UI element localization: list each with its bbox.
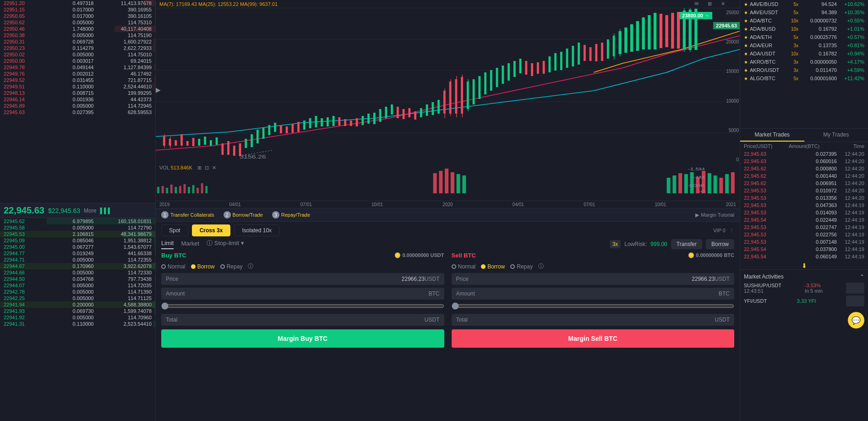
more-button[interactable]: More	[84, 208, 96, 214]
svg-rect-113	[175, 187, 177, 193]
wallet-sell-icon: 🪙	[688, 252, 694, 258]
sell-amount-input[interactable]	[587, 290, 719, 297]
svg-rect-121	[433, 173, 437, 193]
sell-price-input[interactable]	[585, 276, 715, 282]
time-header: Time	[824, 143, 864, 149]
buy-amount-unit: BTC	[429, 290, 440, 297]
sparkline	[846, 283, 864, 294]
borrow-button-top[interactable]: Borrow	[706, 239, 734, 249]
cross-tab[interactable]: Cross 3x	[192, 224, 231, 236]
buy-order-row: 22944.07 0.005000 114.72035	[0, 282, 155, 289]
svg-rect-49	[426, 104, 428, 116]
pair-row[interactable]: ★ AKRO/BTC 3x 0.00000050 +4.17%	[740, 58, 868, 66]
svg-rect-56	[467, 82, 469, 109]
buy-total-unit: USDT	[425, 317, 440, 323]
svg-rect-4	[163, 137, 165, 146]
step-3-label[interactable]: Repay/Trade	[281, 212, 310, 218]
buy-slider[interactable]	[161, 302, 444, 310]
svg-rect-65	[519, 59, 522, 73]
svg-rect-68	[537, 62, 539, 74]
trade-row: 22,945.53 0.013356 12:44:20	[740, 194, 868, 202]
spot-tab[interactable]: Spot	[161, 224, 188, 236]
step-2-label[interactable]: Borrow/Trade	[233, 212, 263, 218]
transfer-button[interactable]: Transfer	[671, 239, 702, 249]
market-trades-tab[interactable]: Market Trades	[740, 129, 804, 142]
svg-rect-6	[175, 140, 177, 146]
pair-row[interactable]: ★ AAVE/BUSD 5x 94.524 +10.62%	[740, 0, 868, 8]
limit-tab[interactable]: Limit	[161, 240, 174, 249]
svg-rect-80	[607, 39, 609, 59]
buy-borrow-radio[interactable]: Borrow	[191, 263, 215, 270]
buy-normal-radio[interactable]: Normal	[161, 263, 186, 270]
buy-order-row: 22945.09 0.085046 1,951.38812	[0, 237, 155, 244]
stop-limit-tab[interactable]: ⓘ Stop-limit ▾	[207, 239, 244, 249]
svg-rect-127	[667, 178, 671, 193]
amount-header: Amount(BTC)	[784, 143, 824, 149]
pair-row[interactable]: ★ ALGO/BTC 5x 0.00001600 +11.42%	[740, 74, 868, 82]
buy-price-input[interactable]	[295, 276, 424, 282]
buy-amount-input[interactable]	[297, 290, 429, 297]
buy-price-label: Price	[166, 276, 295, 282]
price-header: Price(USDT)	[744, 143, 784, 149]
step-2: 2 Borrow/Trade	[224, 211, 263, 219]
svg-rect-129	[678, 173, 682, 193]
svg-rect-51	[437, 100, 440, 114]
market-activities-title: Market Activities ⌃	[744, 273, 864, 280]
svg-rect-91	[671, 13, 674, 49]
screenshot-icon[interactable]: ⊞	[708, 1, 712, 7]
market-tab[interactable]: Market	[181, 240, 199, 249]
svg-rect-10	[198, 139, 200, 146]
envelope-icon[interactable]: ✉	[694, 1, 699, 7]
expand-left-btn[interactable]: ▶	[156, 86, 161, 93]
pair-row[interactable]: ★ ADA/BUSD 10x 0.16792 +1.01%	[740, 25, 868, 33]
sell-repay-radio[interactable]: Repay	[510, 263, 533, 270]
sell-order-row: 22949.52 0.031455 721.87715	[0, 77, 155, 83]
download-icon[interactable]: ⬇	[740, 262, 868, 269]
buy-order-row: 22944.67 0.170960 3,922.62078	[0, 263, 155, 269]
pair-row[interactable]: ★ ADA/EUR 3x 0.13735 +0.81%	[740, 41, 868, 49]
buy-order-row: 22944.66 0.005000 114.72330	[0, 269, 155, 276]
margin-tutorial-btn[interactable]: ▶ Margin Tutorial	[695, 212, 734, 218]
pair-row[interactable]: ★ ADA/ETH 5x 0.00025776 +0.57%	[740, 33, 868, 41]
sell-normal-radio[interactable]: Normal	[452, 263, 476, 270]
my-trades-tab[interactable]: My Trades	[804, 129, 868, 142]
svg-rect-27	[297, 122, 300, 132]
ticker-row: 22,945.63 $22,945.63 More ▌▌▌	[0, 203, 155, 218]
pair-row[interactable]: ★ AAVE/USDT 5x 94.389 +10.35%	[740, 8, 868, 16]
pair-row[interactable]: ★ ADA/USDT 10x 0.16782 +0.94%	[740, 49, 868, 58]
sell-form: Sell BTC 🪙 0.00000000 BTC Normal Borrow	[452, 252, 735, 348]
pair-row[interactable]: ★ AKRO/USDT 3x 0.011470 +4.59%	[740, 66, 868, 74]
sell-borrow-radio[interactable]: Borrow	[481, 263, 505, 270]
pair-row[interactable]: ★ ADA/BTC 10x 0.00000732 +0.55%	[740, 16, 868, 25]
buy-info-icon[interactable]: ⓘ	[248, 262, 253, 270]
buy-repay-radio[interactable]: Repay	[220, 263, 243, 270]
collapse-icon[interactable]: ⌃	[860, 273, 864, 280]
trades-section: Market Trades My Trades Price(USDT) Amou…	[740, 128, 868, 260]
svg-rect-54	[455, 79, 457, 114]
margin-buy-button[interactable]: Margin Buy BTC	[161, 329, 444, 348]
buy-order-row: 22944.50 0.034768 797.73438	[0, 276, 155, 282]
sell-info-icon[interactable]: ⓘ	[538, 262, 544, 270]
more-options-icon[interactable]: ⋮	[729, 228, 734, 234]
svg-rect-35	[344, 119, 346, 126]
svg-rect-25	[286, 126, 288, 133]
svg-rect-48	[420, 108, 422, 117]
svg-rect-135	[714, 175, 717, 193]
isolated-tab[interactable]: Isolated 10x	[234, 224, 279, 236]
chat-button[interactable]: 💬	[848, 312, 864, 328]
sell-slider[interactable]	[452, 302, 735, 310]
step-1-label[interactable]: Transfer Collaterals	[170, 212, 214, 218]
volume-chart: -1.5M -1M -500K -0	[156, 164, 740, 193]
trade-row: 22,945.53 0.014093 12:44:19	[740, 209, 868, 216]
normal-radio-dot	[161, 264, 166, 269]
sell-balance: 🪙 0.00000000 BTC	[688, 252, 734, 258]
sell-price-row: Price USDT	[452, 273, 735, 285]
step-2-num: 2	[224, 211, 231, 219]
close-chart-icon[interactable]: ✕	[721, 1, 725, 7]
trade-row: 22,945.62 0.000800 12:44:20	[740, 165, 868, 172]
buy-order-row: 22942.78 0.005000 114.71390	[0, 289, 155, 295]
margin-sell-button[interactable]: Margin Sell BTC	[452, 329, 735, 348]
sell-total-row: Total USDT	[452, 314, 735, 326]
sell-price-group: Price USDT	[452, 273, 735, 285]
svg-text:-500K: -500K	[687, 183, 704, 188]
